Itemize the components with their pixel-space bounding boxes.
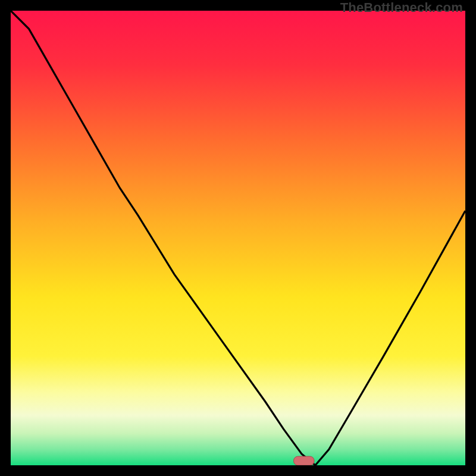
bottleneck-chart: [11, 11, 465, 465]
gradient-background: [11, 11, 465, 465]
watermark-text: TheBottleneck.com: [340, 0, 463, 15]
chart-frame: TheBottleneck.com: [0, 0, 476, 476]
plot-area: [11, 11, 465, 465]
optimal-marker: [294, 456, 314, 465]
